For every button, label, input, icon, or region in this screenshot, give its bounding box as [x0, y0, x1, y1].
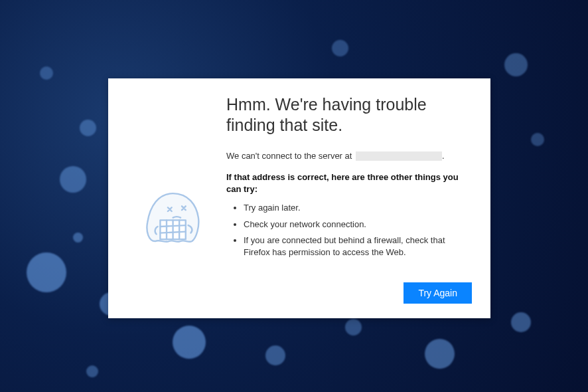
server-address-redacted	[356, 151, 442, 161]
confused-ghost-icon	[136, 181, 212, 257]
list-item: Try again later.	[244, 202, 472, 214]
try-again-button[interactable]: Try Again	[404, 282, 472, 304]
list-item: Check your network connection.	[244, 219, 472, 231]
error-lead: We can't connect to the server at .	[226, 151, 472, 161]
error-dialog: Hmm. We're having trouble finding that s…	[108, 78, 490, 318]
error-lead-suffix: .	[442, 151, 445, 161]
error-subhead: If that address is correct, here are thr…	[226, 171, 472, 195]
error-lead-prefix: We can't connect to the server at	[226, 151, 352, 161]
error-title: Hmm. We're having trouble finding that s…	[226, 94, 472, 136]
error-illustration	[121, 94, 226, 262]
list-item: If you are connected but behind a firewa…	[244, 235, 472, 258]
suggestion-list: Try again later. Check your network conn…	[226, 202, 472, 258]
